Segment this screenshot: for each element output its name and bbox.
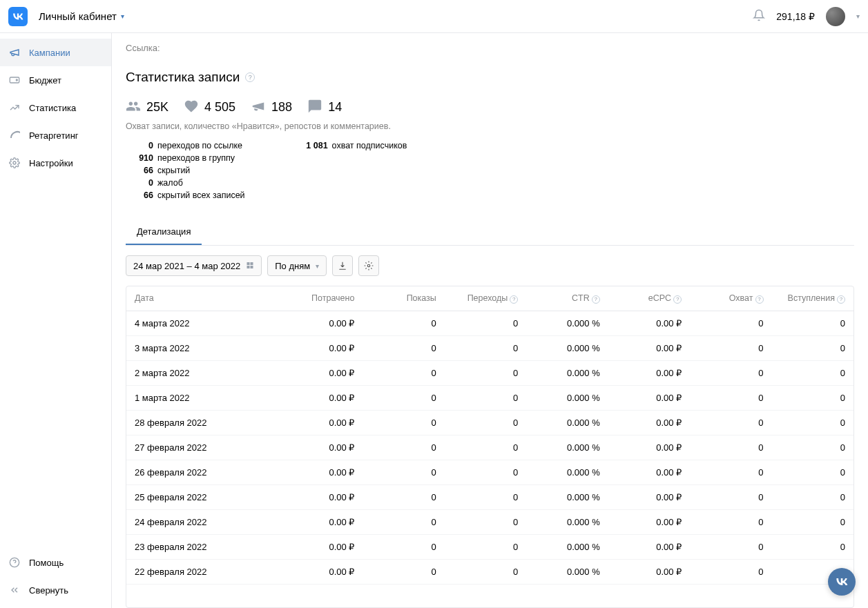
cell-reach: 0 [682, 418, 763, 428]
detail-line: 0жалоб [126, 178, 245, 188]
table-row: 22 февраля 20220.00 ₽000.000 %0.00 ₽00 [126, 560, 853, 585]
cell-ctr: 0.000 % [518, 567, 599, 577]
vk-logo[interactable] [8, 7, 28, 26]
sidebar-label: Статистика [29, 103, 76, 113]
sidebar-label: Свернуть [29, 585, 68, 596]
stat-likes: 4 505 [184, 99, 235, 116]
sidebar-item-collapse[interactable]: Свернуть [0, 576, 111, 604]
detail-label: жалоб [157, 178, 183, 188]
heart-icon [184, 99, 199, 116]
collapse-icon [7, 585, 22, 596]
table-row: 1 марта 20220.00 ₽000.000 %0.00 ₽00 [126, 386, 853, 411]
date-range-button[interactable]: 24 мар 2021 – 4 мар 2022 [126, 255, 262, 276]
calendar-icon [246, 261, 254, 271]
cell-ctr: 0.000 % [518, 343, 599, 353]
help-icon[interactable]: ? [592, 295, 600, 304]
detail-line: 910переходов в группу [126, 153, 245, 163]
detail-label: охват подписчиков [332, 141, 407, 150]
sidebar-item-campaigns[interactable]: Кампании [0, 39, 111, 66]
cell-date: 3 марта 2022 [135, 343, 273, 353]
cell-ctr: 0.000 % [518, 442, 599, 453]
table-body[interactable]: 4 марта 20220.00 ₽000.000 %0.00 ₽003 мар… [126, 311, 853, 608]
cell-spent: 0.00 ₽ [273, 343, 354, 353]
cell-ecpc: 0.00 ₽ [600, 343, 682, 353]
cell-shows: 0 [354, 318, 436, 328]
column-header[interactable]: CTR? [518, 293, 599, 304]
help-icon[interactable]: ? [245, 72, 255, 82]
svg-point-9 [367, 264, 370, 267]
tab-detail[interactable]: Детализация [126, 219, 202, 245]
table-row: 28 февраля 20220.00 ₽000.000 %0.00 ₽00 [126, 411, 853, 435]
detail-line: 66скрытий [126, 166, 245, 175]
help-icon[interactable]: ? [510, 295, 518, 304]
bell-icon[interactable] [753, 9, 765, 23]
column-header[interactable]: Дата [135, 293, 273, 304]
table-row: 25 февраля 20220.00 ₽000.000 %0.00 ₽00 [126, 485, 853, 510]
cell-reach: 0 [682, 343, 763, 353]
cell-date: 23 февраля 2022 [135, 542, 273, 552]
stat-bar: 25K 4 505 188 14 [126, 99, 854, 116]
detail-number: 910 [126, 153, 153, 163]
help-icon[interactable]: ? [837, 295, 845, 304]
svg-rect-6 [251, 262, 253, 265]
cell-shows: 0 [354, 442, 436, 453]
stat-details: 0переходов по ссылке910переходов в групп… [126, 141, 854, 203]
account-dropdown[interactable]: Личный кабинет ▾ [39, 10, 124, 22]
cell-joins: 0 [764, 467, 845, 478]
column-header[interactable]: Переходы? [436, 293, 518, 304]
cell-joins: 0 [764, 418, 845, 428]
cell-joins: 0 [764, 393, 845, 403]
stat-comments: 14 [307, 99, 342, 116]
cell-spent: 0.00 ₽ [273, 442, 354, 453]
cell-ctr: 0.000 % [518, 418, 599, 428]
cell-clicks: 0 [436, 343, 518, 353]
svg-rect-5 [247, 262, 250, 265]
cell-spent: 0.00 ₽ [273, 517, 354, 527]
sidebar-item-help[interactable]: Помощь [0, 549, 111, 576]
cell-reach: 0 [682, 567, 763, 577]
column-header[interactable]: Охват? [682, 293, 763, 304]
cell-shows: 0 [354, 467, 436, 478]
sidebar-item-retargeting[interactable]: Ретаргетинг [0, 121, 111, 149]
vk-fab[interactable] [828, 568, 856, 596]
table-header: ДатаПотраченоПоказыПереходы?CTR?eCPC?Охв… [126, 286, 853, 311]
avatar-chevron-icon[interactable]: ▾ [856, 12, 860, 20]
cell-clicks: 0 [436, 393, 518, 403]
sidebar-item-settings[interactable]: Настройки [0, 149, 111, 177]
stats-title: Статистика записи [126, 70, 240, 85]
help-icon[interactable]: ? [673, 295, 682, 304]
cell-date: 25 февраля 2022 [135, 492, 273, 502]
cell-clicks: 0 [436, 368, 518, 378]
cell-reach: 0 [682, 542, 763, 552]
cell-shows: 0 [354, 393, 436, 403]
header: Личный кабинет ▾ 291,18 ₽ ▾ [0, 0, 868, 33]
cell-ecpc: 0.00 ₽ [600, 442, 682, 453]
avatar[interactable] [826, 7, 845, 26]
column-header[interactable]: Вступления? [764, 293, 845, 304]
column-header[interactable]: eCPC? [600, 293, 682, 304]
cell-clicks: 0 [436, 418, 518, 428]
stat-reach: 25K [126, 99, 168, 116]
megaphone-icon [7, 47, 22, 58]
gear-icon [7, 157, 22, 168]
cell-shows: 0 [354, 368, 436, 378]
cell-date: 26 февраля 2022 [135, 467, 273, 478]
detail-line: 0переходов по ссылке [126, 141, 245, 150]
column-header[interactable]: Показы [354, 293, 436, 304]
table-row: 23 февраля 20220.00 ₽000.000 %0.00 ₽00 [126, 535, 853, 560]
cell-spent: 0.00 ₽ [273, 418, 354, 428]
granularity-button[interactable]: По дням ▾ [267, 255, 327, 276]
help-icon[interactable]: ? [755, 295, 764, 304]
stat-desc: Охват записи, количество «Нравится», реп… [126, 121, 854, 131]
column-header[interactable]: Потрачено [273, 293, 354, 304]
cell-shows: 0 [354, 418, 436, 428]
table-row: 3 марта 20220.00 ₽000.000 %0.00 ₽00 [126, 336, 853, 361]
sidebar-item-budget[interactable]: Бюджет [0, 66, 111, 94]
sidebar-item-stats[interactable]: Статистика [0, 94, 111, 121]
sidebar-label: Кампании [29, 48, 70, 58]
settings-button[interactable] [358, 255, 379, 276]
cell-ecpc: 0.00 ₽ [600, 318, 682, 328]
balance[interactable]: 291,18 ₽ [776, 11, 815, 22]
account-label: Личный кабинет [39, 10, 117, 22]
download-button[interactable] [332, 255, 353, 276]
